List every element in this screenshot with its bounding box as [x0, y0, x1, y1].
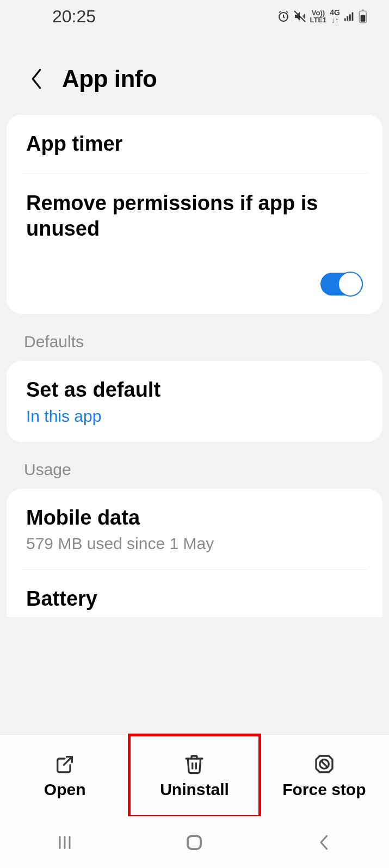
force-stop-label: Force stop	[282, 780, 366, 799]
card-defaults: Set as default In this app	[7, 361, 382, 442]
svg-line-12	[321, 761, 328, 767]
uninstall-label: Uninstall	[160, 780, 229, 799]
svg-rect-16	[188, 836, 201, 849]
volte-bot: LTE1	[310, 16, 326, 23]
row-subtitle: 579 MB used since 1 May	[26, 534, 363, 553]
row-app-timer[interactable]: App timer	[7, 114, 382, 174]
row-battery[interactable]: Battery	[7, 570, 382, 618]
uninstall-button[interactable]: Uninstall	[129, 735, 259, 816]
system-nav-bar	[0, 816, 389, 868]
card-usage: Mobile data 579 MB used since 1 May Batt…	[7, 489, 382, 617]
open-label: Open	[44, 780, 86, 799]
signal-icon	[343, 10, 355, 22]
row-mobile-data[interactable]: Mobile data 579 MB used since 1 May	[7, 489, 382, 569]
row-title: Remove permissions if app is unused	[26, 190, 363, 242]
row-set-as-default[interactable]: Set as default In this app	[7, 361, 382, 442]
section-label-usage: Usage	[0, 457, 389, 489]
svg-rect-8	[361, 15, 366, 22]
nav-back-button[interactable]	[308, 832, 341, 853]
status-bar: 20:25 Vo)) LTE1 4G ↓↑	[0, 0, 389, 33]
svg-rect-2	[344, 19, 346, 21]
row-remove-permissions[interactable]: Remove permissions if app is unused	[7, 174, 382, 258]
row-title: Set as default	[26, 377, 363, 403]
svg-rect-5	[352, 13, 354, 21]
force-stop-button[interactable]: Force stop	[260, 735, 389, 816]
title-bar: App info	[0, 33, 389, 114]
open-icon	[54, 753, 76, 775]
svg-rect-7	[362, 10, 364, 11]
section-label-defaults: Defaults	[0, 329, 389, 361]
status-icons: Vo)) LTE1 4G ↓↑	[277, 9, 367, 24]
svg-rect-3	[347, 16, 348, 21]
row-title: Mobile data	[26, 505, 363, 531]
mute-vibrate-icon	[293, 10, 306, 23]
net-bot: ↓↑	[330, 16, 340, 24]
home-button[interactable]	[178, 832, 211, 853]
row-title: Battery	[26, 586, 363, 612]
back-button[interactable]	[27, 70, 46, 88]
open-button[interactable]: Open	[0, 735, 129, 816]
stop-icon	[313, 753, 335, 775]
net-top: 4G	[330, 9, 340, 16]
trash-icon	[183, 753, 205, 775]
row-remove-permissions-toggle-row	[7, 258, 382, 314]
row-subtitle: In this app	[26, 407, 363, 426]
recents-button[interactable]	[48, 832, 81, 853]
bottom-action-bar: Open Uninstall Force stop	[0, 735, 389, 816]
svg-rect-4	[349, 14, 351, 21]
remove-permissions-toggle[interactable]	[320, 273, 363, 296]
row-title: App timer	[26, 131, 363, 157]
volte-indicator: Vo)) LTE1	[310, 9, 326, 23]
network-indicator: 4G ↓↑	[330, 9, 340, 24]
alarm-icon	[277, 10, 290, 23]
card-app-controls: App timer Remove permissions if app is u…	[7, 114, 382, 314]
status-time: 20:25	[52, 7, 96, 27]
page-title: App info	[62, 65, 157, 93]
battery-icon	[359, 9, 367, 23]
